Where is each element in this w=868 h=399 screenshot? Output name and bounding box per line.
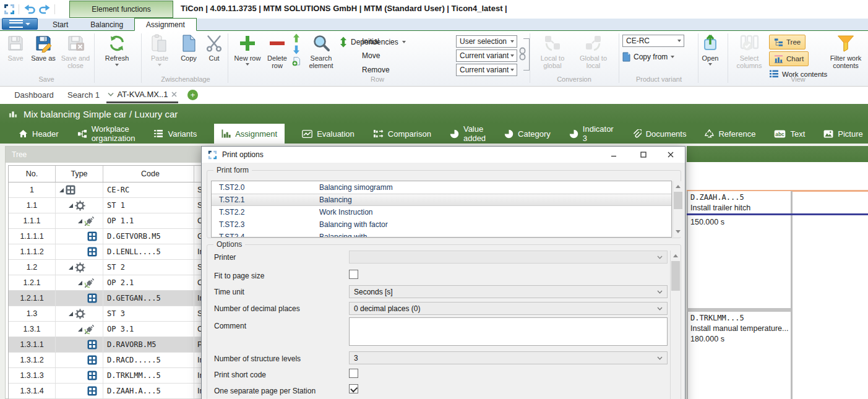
view-tab-assignment[interactable]: Assignment — [214, 124, 285, 144]
close-button[interactable] — [659, 147, 682, 163]
view-tab-value-added[interactable]: Value added — [449, 124, 487, 144]
module-icon — [87, 371, 97, 380]
undo-icon[interactable] — [24, 4, 36, 14]
structure-levels-combo[interactable]: 3 — [349, 351, 668, 364]
print-form-item-t-st2-2[interactable]: T.ST2.2Work Instruction — [212, 206, 671, 218]
save-button[interactable]: Save — [2, 33, 28, 62]
collapse-triangle-icon[interactable] — [78, 219, 82, 223]
ribbon-tab-balancing[interactable]: Balancing — [79, 19, 134, 30]
work-element-card[interactable]: D.TRKLMM...5 Install manual temperature.… — [687, 312, 791, 399]
tree-toggle-button[interactable]: Tree — [769, 35, 806, 49]
chart-toggle-button[interactable]: Chart — [769, 51, 809, 66]
view-tab-documents[interactable]: Documents — [631, 124, 688, 144]
new-row-button[interactable]: New row — [233, 33, 262, 66]
document-tab-bar: Dashboard Search 1 AT-KVA.MX..1 + — [0, 87, 868, 104]
scrollbar-thumb[interactable] — [671, 261, 680, 291]
row-mini-actions — [292, 33, 301, 66]
ribbon-tab-start[interactable]: Start — [41, 19, 79, 30]
collapse-triangle-icon[interactable] — [59, 188, 64, 192]
fit-to-page-checkbox[interactable] — [349, 270, 358, 279]
printer-combo[interactable] — [349, 251, 668, 264]
decimal-places-combo[interactable]: 0 decimal places (0) — [349, 302, 668, 315]
cut-button[interactable]: Cut — [203, 33, 225, 62]
refresh-button[interactable]: Refresh — [99, 33, 135, 66]
doc-tab-at-kva[interactable]: AT-KVA.MX..1 — [106, 87, 178, 103]
search-element-button[interactable]: Search element — [304, 33, 338, 69]
add-document-icon[interactable] — [292, 57, 301, 66]
collapse-triangle-icon[interactable] — [78, 281, 82, 285]
local-to-global-button[interactable]: Local to global — [533, 33, 572, 69]
select-columns-button[interactable]: Select columns — [732, 33, 767, 69]
work-element-card[interactable]: D.ZAAH.A...5 Install trailer hitch 150.0… — [687, 191, 791, 308]
row-field-combo-remove[interactable]: Current variant — [456, 64, 517, 76]
row-field-combo-initial[interactable]: User selection — [456, 35, 517, 48]
view-tab-variants[interactable]: Variants — [152, 124, 198, 144]
element-functions-tab[interactable]: Element functions — [69, 1, 173, 18]
minimize-button[interactable] — [602, 147, 625, 163]
view-tab-category[interactable]: Category — [503, 124, 552, 144]
print-form-item-t-st2-1[interactable]: T.ST2.1Balancing — [212, 194, 671, 206]
row-field-combo-move[interactable]: Current variant — [456, 49, 517, 62]
collapse-triangle-icon[interactable] — [69, 312, 73, 316]
printer-label: Printer — [214, 253, 236, 262]
scroll-up-icon[interactable] — [671, 251, 681, 260]
pie-icon — [569, 129, 578, 139]
print-short-code-checkbox[interactable] — [349, 369, 358, 378]
doc-tab-dashboard[interactable]: Dashboard — [9, 87, 59, 103]
move-down-icon[interactable] — [293, 45, 300, 54]
chevron-down-icon[interactable] — [108, 92, 114, 97]
print-list-scrollbar[interactable] — [672, 181, 683, 237]
chevron-down-icon — [246, 63, 249, 66]
close-icon[interactable] — [171, 92, 177, 97]
main-menu-button[interactable] — [2, 18, 38, 30]
doc-tab-search-1[interactable]: Search 1 — [64, 87, 103, 103]
print-form-item-t-st2-4[interactable]: T.ST2.4Balancing with ... — [212, 231, 671, 238]
refresh-icon — [108, 33, 126, 53]
print-form-item-t-st2-3[interactable]: T.ST2.3Balancing with factor — [212, 218, 671, 231]
app-logo-icon — [4, 4, 15, 15]
collapse-triangle-icon[interactable] — [69, 265, 73, 270]
redo-icon[interactable] — [38, 4, 51, 14]
view-tab-comparison[interactable]: Comparison — [372, 124, 432, 144]
separator — [530, 33, 530, 83]
scroll-down-icon[interactable] — [673, 226, 683, 236]
save-as-button[interactable]: Save as — [30, 33, 57, 62]
view-tab-reference[interactable]: Reference — [703, 124, 757, 144]
move-up-icon[interactable] — [293, 33, 300, 43]
copy-from-button[interactable]: Copy from — [622, 52, 674, 62]
view-tab-text[interactable]: abcText — [773, 124, 806, 144]
filter-work-contents-button[interactable]: Filter work contents — [827, 33, 865, 69]
column-header-type[interactable]: Type — [56, 166, 103, 182]
comment-textarea[interactable] — [349, 317, 668, 346]
search-icon — [312, 33, 330, 53]
view-tab-indicator-3[interactable]: Indicator 3 — [568, 124, 615, 144]
view-tab-header[interactable]: Header — [17, 124, 60, 144]
column-header-no[interactable]: No. — [9, 166, 56, 182]
options-legend: Options — [213, 240, 245, 249]
open-button[interactable]: Open — [695, 33, 725, 66]
product-variant-combo[interactable]: CE-RC — [622, 35, 684, 47]
scrollbar-thumb[interactable] — [674, 192, 682, 209]
print-form-item-t-st2-0[interactable]: T.ST2.0Balancing simogramm — [212, 181, 671, 194]
time-unit-combo[interactable]: Seconds [s] — [349, 285, 668, 298]
scroll-up-icon[interactable] — [673, 181, 683, 191]
bar-chart-icon — [774, 54, 783, 64]
delete-row-button[interactable]: Delete row — [263, 33, 291, 69]
collapse-triangle-icon[interactable] — [69, 204, 73, 208]
columns-check-icon — [739, 33, 759, 53]
paste-button[interactable]: Paste — [145, 33, 174, 66]
column-header-code[interactable]: Code — [103, 166, 194, 182]
view-tab-picture[interactable]: Picture — [822, 124, 864, 144]
ribbon-tab-assignment[interactable]: Assignment — [134, 18, 197, 31]
collapse-triangle-icon[interactable] — [78, 327, 82, 332]
separate-page-checkbox[interactable] — [349, 384, 358, 393]
save-and-close-button[interactable]: Save and close — [58, 33, 93, 69]
global-to-local-button[interactable]: Global to local — [574, 33, 612, 69]
options-scrollbar[interactable] — [670, 251, 681, 399]
view-tab-workplace-organization[interactable]: Workplace organization — [76, 124, 137, 144]
new-tab-button[interactable]: + — [187, 90, 198, 100]
link-chain-icon[interactable] — [518, 47, 526, 61]
copy-button[interactable]: Copy — [176, 33, 202, 62]
view-tab-evaluation[interactable]: Evaluation — [301, 124, 356, 144]
maximize-button[interactable] — [632, 147, 655, 163]
